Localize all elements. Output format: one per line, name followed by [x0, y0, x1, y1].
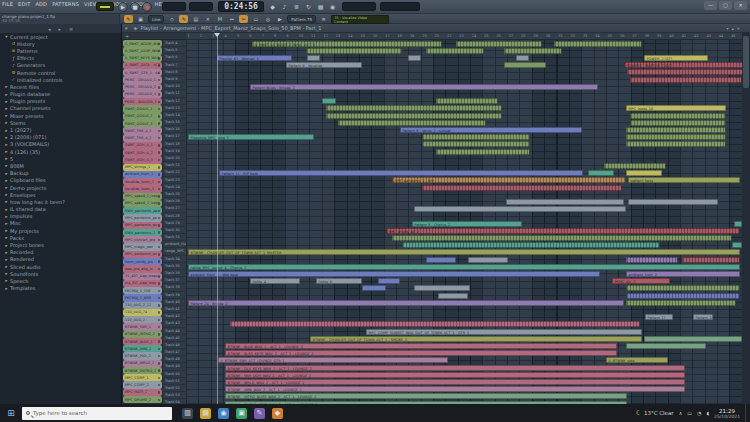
playlist-clip[interactable]: [326, 113, 502, 119]
playlist-clip[interactable]: Pattern 24 - Bridge_2: [188, 300, 624, 306]
playlist-clip[interactable]: [626, 134, 726, 140]
mute-tool-icon[interactable]: M: [215, 15, 224, 23]
track-header[interactable]: Track 21: [163, 162, 186, 169]
playlist-grid[interactable]: A_SWKT_LA_BOOM_2_WAV - ACT_1Playlist_62 …: [186, 40, 742, 404]
playlist-clip[interactable]: POWER2 - MASTER_2 (GT): [624, 62, 742, 68]
playlist-clip[interactable]: Pattern 5 - Chorus_2: [412, 221, 522, 227]
browser-item-soundfonts[interactable]: ▸Soundfonts: [0, 270, 121, 277]
playlist-clip[interactable]: lights_5: [316, 278, 362, 284]
taskbar-clock[interactable]: 21:29 25/10/2021: [714, 408, 740, 419]
picker-clip-item[interactable]: SWKT_GOALS_3: [123, 120, 162, 127]
track-header[interactable]: Track 40: [163, 299, 186, 306]
browser-item-clipboard-files[interactable]: ▸Clipboard files: [0, 177, 121, 184]
playlist-clip[interactable]: [436, 149, 530, 155]
playlist-vertical-scrollbar[interactable]: [742, 33, 750, 404]
playlist-clip[interactable]: [504, 48, 562, 54]
playlist-clip[interactable]: [626, 285, 740, 291]
picker-clip-item[interactable]: SWKT_DOH_A_1: [123, 142, 162, 149]
picker-clip-item[interactable]: PKMC - DELULU_2: [123, 84, 162, 91]
playlist-clip[interactable]: [338, 120, 486, 126]
playlist-clip[interactable]: [732, 242, 742, 248]
track-header[interactable]: Track 31: [163, 234, 186, 241]
playlist-clip[interactable]: A_BTWNK_SNR_ACT_LOUNGE_GTR_1: [218, 357, 448, 363]
playlist-clip[interactable]: Pattern 17: [645, 314, 673, 320]
track-header[interactable]: Track 27: [163, 205, 186, 212]
playlist-clip[interactable]: [626, 300, 736, 306]
picker-clip-item[interactable]: MPC_strings_1: [123, 164, 162, 171]
playlist-clip[interactable]: [626, 127, 726, 133]
picker-clip-item[interactable]: SWV_pantomix_2: [123, 229, 162, 236]
playlist-minimize-icon[interactable]: ▾: [727, 26, 729, 31]
playlist-clip[interactable]: BTWNK - INTRO_BLISS_WAV_2 - ACT_1 - LOUN…: [225, 393, 627, 399]
media-icon[interactable]: ▣: [236, 408, 247, 419]
browser-item-packs[interactable]: ▸Packs: [0, 234, 121, 241]
metronome-icon[interactable]: ◆: [268, 2, 277, 11]
playlist-clip[interactable]: MPC_drums_all_2: [386, 228, 740, 234]
taskbar-weather[interactable]: ☾ 13°C Clear: [636, 409, 674, 417]
playlist-clip[interactable]: BTWNK - AMB_WAV_2 - ACT_1 - LOUNGE_2: [225, 386, 685, 392]
track-header[interactable]: Track 22: [163, 169, 186, 176]
picker-clip-item[interactable]: PKCMAJ_2_BPM: [123, 294, 162, 301]
task-view-icon[interactable]: ▥: [182, 408, 193, 419]
picker-clip-item[interactable]: 31_407_slap_loops: [123, 273, 162, 280]
scrollbar-thumb[interactable]: [743, 36, 749, 88]
slip-tool-icon[interactable]: ↔: [227, 15, 236, 23]
playlist-clip[interactable]: Pattern 8 - Verse_2 - sunset: [400, 127, 582, 133]
picker-clip-item[interactable]: A_SWKT_BOOM_WAV - ACT_1: [123, 40, 162, 47]
playlist-clip[interactable]: [426, 257, 456, 263]
picker-toggle-icon[interactable]: ≡: [319, 15, 328, 23]
picker-clip-item[interactable]: MPC_COMP_1: [123, 374, 162, 381]
wait-input-icon[interactable]: ♪: [280, 2, 289, 11]
playlist-clip[interactable]: [516, 55, 529, 61]
battery-icon[interactable]: ▭: [687, 410, 692, 416]
track-header[interactable]: Track 13: [163, 105, 186, 112]
browser-item-misc[interactable]: ▸Misc: [0, 220, 121, 227]
browser-item-history[interactable]: ↺History: [0, 40, 121, 47]
picker-clip-item[interactable]: A_SWKT_KEYS_WAV - ACT_1: [123, 55, 162, 62]
playlist-clip[interactable]: [306, 48, 402, 54]
playlist-clip[interactable]: [422, 134, 530, 140]
playlist-clip[interactable]: MPC_COMP_SUNSET_WAV_OUT_OF_TOWN_ACT_1 - …: [366, 329, 642, 335]
track-header[interactable]: Track 26: [163, 198, 186, 205]
playlist-clip[interactable]: [630, 113, 726, 119]
picker-clip-item[interactable]: 110_AUG_74: [123, 309, 162, 316]
browser-item-initialized-controls[interactable]: ✓Initialized controls: [0, 76, 121, 83]
playlist-clip[interactable]: ambient_kism_2 - Wet beat: [188, 271, 600, 277]
playlist-clip[interactable]: [402, 242, 660, 248]
play-button[interactable]: ▶: [118, 2, 128, 12]
browser-back-icon[interactable]: ◂: [48, 26, 51, 32]
playlist-clip[interactable]: [626, 293, 740, 299]
picker-clip-item[interactable]: SWKT_GOALS_2: [123, 113, 162, 120]
playlist-clip[interactable]: [326, 105, 502, 111]
playlist-clip[interactable]: [604, 163, 666, 169]
playlist-clip[interactable]: ambient_kism_2: [626, 271, 740, 277]
track-header[interactable]: Track 42: [163, 313, 186, 320]
select-tool-icon[interactable]: ▭: [251, 15, 260, 23]
picker-clip-item[interactable]: MPC_pantomix_wv: [123, 222, 162, 229]
playlist-clip[interactable]: [362, 285, 386, 291]
snap-selector[interactable]: Line: [148, 15, 164, 23]
menu-item-add[interactable]: ADD: [35, 1, 47, 9]
track-header[interactable]: Track 39: [163, 292, 186, 299]
track-header[interactable]: Track 29: [163, 220, 186, 227]
browser-item-4-126-35-[interactable]: ▸4 (126) (35): [0, 148, 121, 155]
browser-forward-icon[interactable]: ▸: [58, 26, 61, 32]
picker-clip-item[interactable]: SWKT_TRK_A_1: [123, 127, 162, 134]
playlist-menu-icon[interactable]: ▾: [125, 25, 128, 31]
playlist-clip[interactable]: [630, 120, 726, 126]
browser-item-backup[interactable]: ▸Backup: [0, 170, 121, 177]
track-header[interactable]: Track 52: [163, 385, 186, 392]
playlist-clip[interactable]: [456, 41, 542, 47]
track-header[interactable]: Track 17: [163, 133, 186, 140]
delete-tool-icon[interactable]: ✕: [203, 15, 212, 23]
browser-item-templates[interactable]: ▸Templates: [0, 285, 121, 292]
playlist-clip[interactable]: [322, 98, 336, 104]
browser-item-2-2008-071-[interactable]: ▸2 (2008) (071): [0, 134, 121, 141]
browser-icon[interactable]: ◉: [218, 408, 229, 419]
playlist-clip[interactable]: [414, 206, 626, 212]
playlist-clip[interactable]: range_MPC_layout_4 - Chorus_2: [188, 264, 740, 270]
picker-clip-item[interactable]: BTWNK_PAD_2: [123, 352, 162, 359]
playlist-clip[interactable]: [627, 69, 742, 75]
picker-header[interactable]: +: [122, 33, 186, 40]
track-header[interactable]: Track 14: [163, 112, 186, 119]
